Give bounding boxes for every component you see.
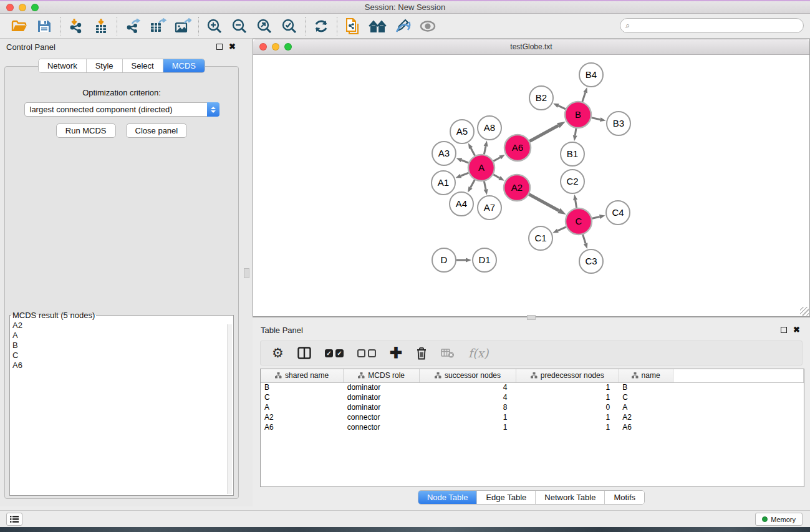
column-header-predecessor-nodes[interactable]: predecessor nodes: [516, 369, 619, 382]
deselect-all-checkboxes-icon[interactable]: [357, 349, 376, 357]
table-cell[interactable]: 4: [420, 382, 516, 392]
zoom-fit-icon[interactable]: [254, 16, 275, 36]
table-cell[interactable]: B: [619, 382, 673, 392]
table-cell[interactable]: 1: [420, 422, 516, 432]
gear-icon[interactable]: ⚙: [272, 346, 284, 360]
graph-edge-C-C2[interactable]: [576, 200, 577, 208]
table-cell[interactable]: 4: [420, 392, 516, 402]
trash-icon[interactable]: [416, 347, 427, 360]
table-row[interactable]: Cdominator41C: [261, 392, 804, 402]
table-row[interactable]: A6connector11A6: [261, 422, 804, 432]
mcds-result-item[interactable]: C: [12, 351, 233, 360]
graph-edge-A-A7[interactable]: [484, 181, 486, 190]
graph-edge-A-A6[interactable]: [493, 157, 500, 161]
table-cell[interactable]: 8: [420, 402, 516, 412]
table-cell[interactable]: A6: [619, 422, 673, 432]
tab-node-table[interactable]: Node Table: [418, 491, 478, 504]
table-row[interactable]: Bdominator41B: [261, 382, 804, 392]
table-cell[interactable]: connector: [344, 412, 420, 422]
table-cell[interactable]: 1: [516, 392, 619, 402]
tab-mcds[interactable]: MCDS: [163, 59, 205, 72]
close-panel-icon[interactable]: ✖: [229, 44, 236, 50]
mcds-result-item[interactable]: A6: [12, 360, 233, 370]
zoom-in-icon[interactable]: [204, 16, 225, 36]
graph-edge-A6-B[interactable]: [529, 125, 558, 141]
close-panel-button[interactable]: Close panel: [126, 123, 188, 138]
criterion-dropdown[interactable]: largest connected component (directed): [24, 102, 219, 117]
graph-edge-A-A3[interactable]: [461, 160, 468, 163]
table-cell[interactable]: dominator: [344, 382, 420, 392]
split-columns-icon[interactable]: [297, 347, 311, 359]
zoom-selected-icon[interactable]: [279, 16, 300, 36]
graph-edge-B-B3[interactable]: [592, 118, 600, 120]
close-table-panel-icon[interactable]: ✖: [793, 327, 800, 333]
graph-edge-C-C1[interactable]: [557, 227, 566, 231]
float-table-panel-icon[interactable]: [781, 327, 787, 333]
split-grip[interactable]: [244, 268, 249, 278]
network-from-selection-icon[interactable]: [342, 16, 364, 36]
table-row[interactable]: A2connector11A2: [261, 412, 804, 422]
export-image-icon[interactable]: [172, 16, 193, 36]
tab-select[interactable]: Select: [123, 59, 163, 72]
save-session-icon[interactable]: [34, 16, 55, 36]
table-cell[interactable]: C: [261, 392, 344, 402]
table-cell[interactable]: A2: [619, 412, 673, 422]
zoom-out-icon[interactable]: [229, 16, 250, 36]
network-window-titlebar[interactable]: testGlobe.txt: [253, 39, 809, 55]
column-header-name[interactable]: name: [619, 369, 673, 382]
graph-edge-B-B4[interactable]: [582, 93, 586, 102]
table-row[interactable]: Adominator80A: [261, 402, 804, 412]
table-cell[interactable]: 1: [420, 412, 516, 422]
memory-button[interactable]: Memory: [755, 513, 803, 526]
mcds-result-item[interactable]: A: [12, 331, 233, 341]
search-field[interactable]: ⌕: [620, 18, 804, 33]
table-cell[interactable]: 1: [516, 382, 619, 392]
hide-annotations-icon[interactable]: [392, 16, 413, 36]
tab-network[interactable]: Network: [39, 59, 87, 72]
table-cell[interactable]: dominator: [344, 402, 420, 412]
vertical-split-divider[interactable]: [243, 39, 253, 506]
float-panel-icon[interactable]: [216, 44, 223, 50]
graph-edge-A-A4[interactable]: [470, 180, 475, 187]
graph-edge-A2-C[interactable]: [529, 195, 559, 211]
table-cell[interactable]: dominator: [344, 392, 420, 402]
column-header-successor-nodes[interactable]: successor nodes: [420, 369, 516, 382]
graph-edge-C-C3[interactable]: [583, 235, 586, 243]
table-cell[interactable]: B: [261, 382, 344, 392]
table-cell[interactable]: A6: [261, 422, 344, 432]
graph-edge-A-A5[interactable]: [471, 148, 475, 155]
mcds-result-item[interactable]: A2: [12, 321, 233, 331]
tab-motifs[interactable]: Motifs: [605, 491, 644, 504]
export-network-icon[interactable]: [122, 16, 143, 36]
eye-icon[interactable]: [417, 16, 438, 36]
task-history-button[interactable]: [6, 513, 22, 526]
table-cell[interactable]: A: [261, 402, 344, 412]
add-icon[interactable]: ✚: [390, 347, 402, 359]
column-header-shared-name[interactable]: shared name: [261, 369, 344, 382]
table-cell[interactable]: A2: [261, 412, 344, 422]
export-table-icon[interactable]: [147, 16, 168, 36]
graph-edge-C-C4[interactable]: [592, 217, 599, 219]
tab-style[interactable]: Style: [87, 59, 123, 72]
run-mcds-button[interactable]: Run MCDS: [56, 123, 116, 138]
window-resize-grip[interactable]: [800, 307, 809, 316]
graph-edge-A-A2[interactable]: [493, 175, 499, 178]
select-all-checkboxes-icon[interactable]: ✓✓: [325, 349, 344, 357]
open-file-icon[interactable]: [9, 16, 30, 36]
graph-edge-B-B2[interactable]: [558, 105, 566, 109]
table-cell[interactable]: A: [619, 402, 673, 412]
refresh-icon[interactable]: [311, 16, 332, 36]
horizontal-split-grip[interactable]: [527, 315, 536, 320]
graph-edge-B-B1[interactable]: [575, 128, 576, 136]
graph-edge-A-A8[interactable]: [484, 146, 486, 154]
tab-network-table[interactable]: Network Table: [536, 491, 605, 504]
table-cell[interactable]: 1: [516, 422, 619, 432]
import-network-icon[interactable]: [65, 16, 87, 36]
table-cell[interactable]: C: [619, 392, 673, 402]
import-table-icon[interactable]: [90, 16, 112, 36]
table-cell[interactable]: connector: [344, 422, 420, 432]
result-scrollbar[interactable]: [227, 324, 232, 494]
table-cell[interactable]: 1: [516, 412, 619, 422]
tab-edge-table[interactable]: Edge Table: [477, 491, 536, 504]
home-icon[interactable]: [367, 16, 388, 36]
